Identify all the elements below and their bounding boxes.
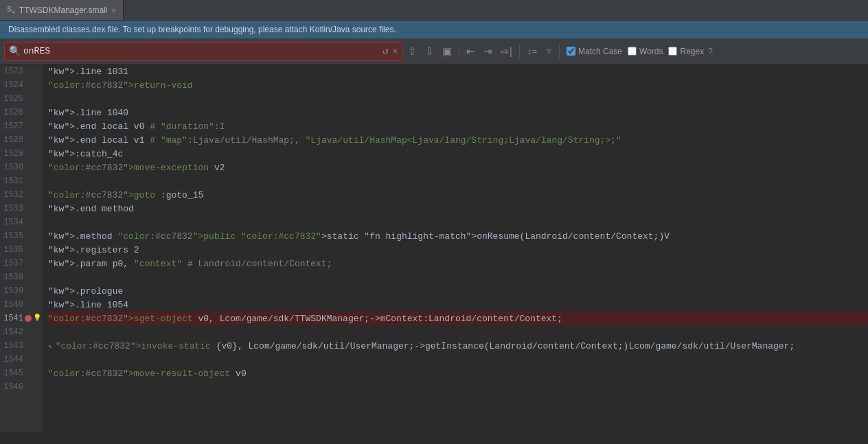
line-number-1537: 1537	[0, 257, 27, 270]
code-line-1535: "kw">.method "color:#cc7832">public "col…	[48, 229, 868, 243]
code-text: "color:#cc7832">goto :goto_15	[48, 190, 203, 200]
code-line-1543: ↖ "color:#cc7832">invoke-static {v0}, Lc…	[48, 339, 868, 353]
code-line-1545: "color:#cc7832">move-result-object v0	[48, 366, 868, 380]
gutter-cell-1541: 💡	[27, 312, 41, 325]
gutter-cell-1527	[27, 119, 41, 133]
words-label[interactable]: Words	[628, 47, 663, 56]
gutter-cell-1537	[27, 257, 41, 270]
tab-label: TTWSDKManager.smali	[19, 5, 108, 15]
line-number-1538: 1538	[0, 270, 27, 284]
search-input[interactable]	[23, 46, 380, 56]
line-number-1536: 1536	[0, 243, 27, 257]
regex-checkbox[interactable]	[668, 47, 677, 56]
search-separator-2	[519, 45, 520, 58]
search-prev-occurrence-button[interactable]: ⇤	[464, 44, 478, 59]
search-next-occurrence-button[interactable]: ⇥	[481, 44, 495, 59]
search-next-button[interactable]: ⇩	[422, 44, 437, 59]
code-line-1542	[48, 325, 868, 339]
gutter-cell-1539	[27, 284, 41, 298]
code-text: "kw">.line 1040	[48, 108, 128, 118]
search-prev-button[interactable]: ⇧	[405, 44, 420, 59]
code-line-1524: "color:#cc7832">return-void	[48, 78, 868, 92]
gutter-cell-1535	[27, 229, 41, 243]
words-checkbox[interactable]	[628, 47, 637, 56]
search-filter-button[interactable]: ▿	[543, 45, 555, 58]
code-line-1527: "kw">.end local v0 # "duration":I	[48, 119, 868, 133]
breakpoint-dot[interactable]	[25, 315, 32, 322]
line-number-1540: 1540	[0, 298, 27, 312]
code-text: "kw">.registers 2	[48, 245, 139, 255]
code-text: "kw">.end local v0 # "duration":I	[48, 121, 225, 132]
code-text: "color:#cc7832">invoke-static {v0}, Lcom…	[56, 341, 795, 351]
code-text: "kw">.end local v1 # "map":Ljava/util/Ha…	[48, 135, 621, 145]
gutter-cell-1538	[27, 270, 41, 284]
code-text: "color:#cc7832">move-exception v2	[48, 163, 225, 173]
line-number-1545: 1545	[0, 366, 27, 380]
line-number-1524: 1524	[0, 78, 27, 92]
help-icon[interactable]: ?	[708, 47, 713, 56]
code-text	[48, 218, 54, 228]
gutter-cell-1524	[27, 78, 41, 92]
code-line-1546	[48, 380, 868, 394]
gutter-cell-1523	[27, 65, 41, 78]
search-align-button[interactable]: ↕=	[524, 45, 540, 58]
code-area: 1523152415251526152715281529153015311532…	[0, 65, 868, 432]
tab-ttwsdkmanager[interactable]: S4 TTWSDKManager.smali ×	[0, 0, 124, 20]
match-case-text: Match Case	[578, 47, 622, 56]
match-case-label[interactable]: Match Case	[567, 47, 622, 56]
line-number-1532: 1532	[0, 188, 27, 202]
gutter-cell-1544	[27, 353, 41, 366]
line-numbers: 1523152415251526152715281529153015311532…	[0, 65, 27, 432]
line-number-1528: 1528	[0, 133, 27, 147]
code-text	[48, 355, 54, 365]
gutter-cell-1545	[27, 366, 41, 380]
code-line-1532: "color:#cc7832">goto :goto_15	[48, 188, 868, 202]
tab-close-button[interactable]: ×	[112, 6, 116, 14]
line-number-1527: 1527	[0, 119, 27, 133]
gutter-cell-1532	[27, 188, 41, 202]
tab-bar: S4 TTWSDKManager.smali ×	[0, 0, 868, 21]
line-number-1533: 1533	[0, 202, 27, 215]
gutter-cell-1525	[27, 92, 41, 106]
code-text: "color:#cc7832">move-result-object v0	[48, 369, 247, 379]
line-number-1531: 1531	[0, 174, 27, 188]
bulb-icon[interactable]: 💡	[33, 314, 41, 322]
code-line-1533: "kw">.end method	[48, 202, 868, 215]
line-number-1539: 1539	[0, 284, 27, 298]
line-number-1534: 1534	[0, 215, 27, 229]
gutter-cell-1546	[27, 380, 41, 394]
line-number-1523: 1523	[0, 65, 27, 78]
match-case-checkbox[interactable]	[567, 47, 575, 56]
code-line-1525	[48, 92, 868, 106]
info-bar: Disassembled classes.dex file. To set up…	[0, 21, 868, 38]
regex-label[interactable]: Regex	[668, 47, 704, 56]
code-text: "kw">.param p0, "context" # Landroid/con…	[48, 259, 332, 269]
line-number-1530: 1530	[0, 161, 27, 174]
code-line-1538	[48, 270, 868, 284]
code-line-1530: "color:#cc7832">move-exception v2	[48, 161, 868, 174]
search-input-wrap: 🔍 ↺ ✕	[4, 42, 402, 61]
search-separator-3	[559, 45, 560, 58]
line-number-1544: 1544	[0, 353, 27, 366]
search-all-occurrences-button[interactable]: ⇨|	[498, 44, 515, 59]
code-text: "kw">.prologue	[48, 286, 123, 296]
code-text: "kw">.line 1054	[48, 300, 128, 310]
code-text	[48, 327, 54, 338]
search-find-all-button[interactable]: ▣	[439, 44, 455, 59]
code-text: "color:#cc7832">sget-object v0, Lcom/gam…	[48, 314, 562, 324]
search-bar: 🔍 ↺ ✕ ⇧ ⇩ ▣ ⇤ ⇥ ⇨| ↕= ▿ Match Case Words…	[0, 38, 868, 65]
code-content: "kw">.line 1031 "color:#cc7832">return-v…	[43, 65, 868, 432]
line-number-1535: 1535	[0, 229, 27, 243]
search-clear-icon[interactable]: ✕	[393, 46, 398, 56]
gutter-cell-1540	[27, 298, 41, 312]
gutter-cell-1530	[27, 161, 41, 174]
gutter-cell-1528	[27, 133, 41, 147]
code-line-1534	[48, 215, 868, 229]
gutter-cell-1534	[27, 215, 41, 229]
code-line-1526: "kw">.line 1040	[48, 106, 868, 119]
line-number-1526: 1526	[0, 106, 27, 119]
code-line-1531	[48, 174, 868, 188]
line-number-1541: 1541	[0, 312, 27, 325]
search-reset-icon[interactable]: ↺	[382, 45, 388, 57]
search-separator-1	[459, 45, 459, 58]
